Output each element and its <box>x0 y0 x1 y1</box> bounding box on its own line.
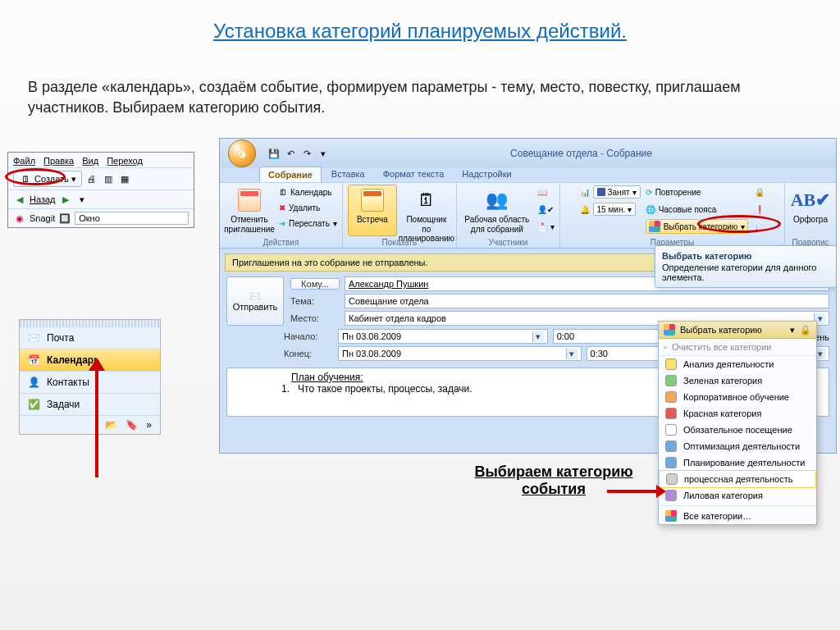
field-value: Совещание отдела <box>349 296 429 306</box>
end-date-field[interactable]: Пн 03.08.2009▾ <box>338 346 582 361</box>
recurrence-button[interactable]: ⟳Повторение <box>646 185 749 199</box>
appointment-button[interactable]: Встреча <box>348 185 397 236</box>
forward-button[interactable]: ➜Переслать ▾ <box>279 216 337 231</box>
btn-label: Повторение <box>655 188 701 197</box>
nav-item-tasks[interactable]: ✅ Задачи <box>20 393 160 415</box>
snagit-target-input[interactable]: Окно <box>75 212 189 225</box>
clear-icon: ▫ <box>664 342 667 352</box>
send-button[interactable]: ✉️ Отправить <box>226 276 284 326</box>
field-value: Пн 03.08.2009 <box>342 331 401 341</box>
dropdown-icon[interactable]: ▾ <box>632 188 637 197</box>
spelling-button[interactable]: AB✔ Орфогра <box>790 185 831 236</box>
category-item[interactable]: процессная деятельность <box>659 470 816 488</box>
reminder-combo[interactable]: 🔔 15 мин. ▾ <box>580 202 641 217</box>
response-icon: 📩 <box>537 222 547 231</box>
category-item[interactable]: Лиловая категория <box>659 487 816 504</box>
grip-handle[interactable] <box>20 320 160 326</box>
start-date-field[interactable]: Пн 03.08.2009▾ <box>338 329 548 344</box>
menu-file[interactable]: Файл <box>13 156 35 166</box>
snagit-icon[interactable]: ◉ <box>13 212 26 225</box>
tab-format[interactable]: Формат текста <box>375 167 453 182</box>
day-view-icon[interactable]: ▥ <box>102 172 115 185</box>
dropdown-icon[interactable]: ▾ <box>75 193 89 206</box>
dropdown-header[interactable]: Выбрать категорию ▾ 🔒 <box>659 322 816 339</box>
category-item[interactable]: Красная категория <box>659 405 816 422</box>
category-item[interactable]: Оптимизация деятельности <box>659 438 816 454</box>
category-item[interactable]: Зеленая категория <box>659 372 816 389</box>
categories-icon <box>649 221 660 232</box>
dropdown-icon[interactable]: ▾ <box>532 331 544 342</box>
private-button[interactable]: 🔒 <box>755 185 765 199</box>
subject-field[interactable]: Совещание отдела <box>345 294 829 308</box>
addressbook-button[interactable]: 📖 <box>537 185 555 199</box>
nav-item-mail[interactable]: ✉️ Почта <box>20 326 160 349</box>
check-names-button[interactable]: 👤✔ <box>537 202 555 217</box>
tab-insert[interactable]: Вставка <box>323 167 373 182</box>
category-item[interactable]: Анализ деятельности <box>659 356 816 372</box>
nav-item-contacts[interactable]: 👤 Контакты <box>20 371 160 393</box>
group-label: Показать <box>382 237 418 247</box>
categories-icon <box>664 324 675 336</box>
btn-label: Орфогра <box>793 215 828 225</box>
save-icon[interactable]: 💾 <box>267 147 281 160</box>
redo-icon[interactable]: ↷ <box>300 147 313 160</box>
snagit-label[interactable]: Snagit <box>30 213 55 223</box>
create-button[interactable]: 🗓 Создать ▾ <box>13 171 82 187</box>
btn-label-line1: Отменить <box>231 215 268 225</box>
bell-icon: 🔔 <box>580 205 590 214</box>
dropdown-icon[interactable]: ▾ <box>550 222 555 231</box>
dropdown-icon[interactable]: ▾ <box>790 325 795 336</box>
dropdown-icon[interactable]: ▾ <box>333 219 337 228</box>
dropdown-icon[interactable]: ▾ <box>741 222 745 231</box>
btn-label-line1: Рабочая область <box>464 215 529 225</box>
dropdown-icon[interactable]: ▾ <box>628 205 632 214</box>
menu-bar[interactable]: Файл Правка Вид Переход <box>8 153 194 167</box>
week-view-icon[interactable]: ▦ <box>118 172 131 185</box>
category-item[interactable]: Обязательное посещение <box>659 422 816 438</box>
back-arrow-icon[interactable]: ◀ <box>13 193 26 206</box>
clear-categories[interactable]: ▫ Очистить все категории <box>659 339 816 356</box>
workspace-button[interactable]: 👥 Рабочая область для собраний <box>462 185 532 236</box>
qat-more-icon[interactable]: ▾ <box>317 147 330 160</box>
category-item[interactable]: Планирование деятельности <box>659 454 816 471</box>
more-icon[interactable]: » <box>146 419 152 431</box>
book-icon: 📖 <box>537 188 547 197</box>
show-as-combo[interactable]: 📊 Занят ▾ <box>580 185 641 199</box>
all-categories[interactable]: Все категории… <box>659 508 816 524</box>
select-category-button[interactable]: Выбрать категорию ▾ <box>646 219 749 234</box>
menu-edit[interactable]: Правка <box>43 156 74 166</box>
cancel-invite-button[interactable]: Отменить приглашение <box>225 185 274 236</box>
timezones-button[interactable]: 🌐Часовые пояса <box>646 202 749 217</box>
tab-meeting[interactable]: Собрание <box>259 167 322 182</box>
delete-button[interactable]: ✖Удалить <box>279 200 337 215</box>
responses-button[interactable]: 📩▾ <box>537 219 555 234</box>
dropdown-icon[interactable]: ▾ <box>71 174 76 185</box>
category-tooltip: Выбрать категорию Определение категории … <box>655 245 837 288</box>
notes-icon[interactable]: 📂 <box>105 419 117 431</box>
undo-icon[interactable]: ↶ <box>284 147 297 160</box>
nav-item-label: Почта <box>47 332 74 344</box>
forward-arrow-icon[interactable]: ▶ <box>59 193 72 206</box>
scheduling-icon: 🗓 <box>413 187 440 213</box>
office-button[interactable]: ◑ <box>228 139 256 167</box>
importance-high-button[interactable]: ❗ <box>755 202 765 217</box>
tooltip-desc: Определение категории для данного элемен… <box>662 262 829 282</box>
print-icon[interactable]: 🖨 <box>85 172 98 185</box>
low-icon: ↓ <box>755 222 759 231</box>
menu-go[interactable]: Переход <box>107 156 143 166</box>
calendar-button[interactable]: 🗓Календарь <box>279 185 337 199</box>
annotation-arrow-up <box>95 371 98 477</box>
check-icon: 👤✔ <box>537 205 554 214</box>
dropdown-icon[interactable]: ▾ <box>566 349 578 359</box>
menu-view[interactable]: Вид <box>82 156 98 166</box>
importance-low-button[interactable]: ↓ <box>755 219 765 234</box>
shortcuts-icon[interactable]: 🔖 <box>126 419 138 431</box>
btn-label: Переслать <box>289 219 330 228</box>
ribbon-group-attendees: 👥 Рабочая область для собраний 📖 👤✔ 📩▾ У… <box>457 183 560 248</box>
category-item[interactable]: Корпоративное обучение <box>659 389 816 405</box>
tab-addins[interactable]: Надстройки <box>454 167 519 182</box>
back-button[interactable]: Назад <box>30 194 56 204</box>
contacts-icon: 👤 <box>28 377 40 388</box>
list-text: Что такое проекты, процессы, задачи. <box>298 383 472 395</box>
to-button[interactable]: Кому... <box>290 278 340 290</box>
